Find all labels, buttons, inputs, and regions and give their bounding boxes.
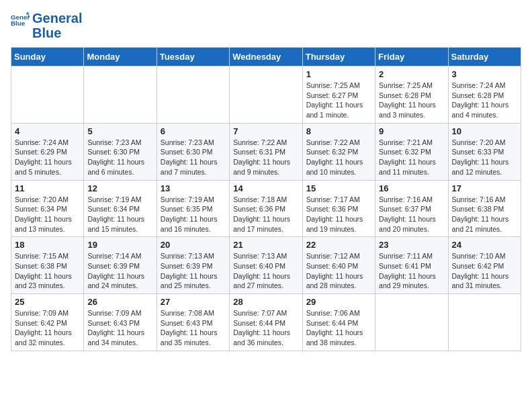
calendar-cell: 17Sunrise: 7:16 AM Sunset: 6:38 PM Dayli…: [448, 180, 521, 237]
day-number: 9: [379, 126, 444, 136]
day-number: 13: [161, 183, 226, 193]
day-info: Sunrise: 7:08 AM Sunset: 6:43 PM Dayligh…: [161, 308, 226, 348]
day-info: Sunrise: 7:19 AM Sunset: 6:35 PM Dayligh…: [161, 195, 226, 234]
day-info: Sunrise: 7:14 AM Sunset: 6:39 PM Dayligh…: [87, 251, 152, 291]
calendar-cell: 13Sunrise: 7:19 AM Sunset: 6:35 PM Dayli…: [157, 180, 229, 237]
calendar-cell: 29Sunrise: 7:06 AM Sunset: 6:44 PM Dayli…: [302, 294, 375, 351]
day-info: Sunrise: 7:10 AM Sunset: 6:42 PM Dayligh…: [452, 251, 517, 291]
calendar-cell: 28Sunrise: 7:07 AM Sunset: 6:44 PM Dayli…: [230, 294, 302, 351]
day-info: Sunrise: 7:13 AM Sunset: 6:39 PM Dayligh…: [161, 251, 226, 291]
day-number: 28: [233, 297, 298, 307]
day-number: 16: [379, 183, 444, 193]
calendar-cell: 8Sunrise: 7:22 AM Sunset: 6:32 PM Daylig…: [302, 123, 375, 180]
calendar-cell: 14Sunrise: 7:18 AM Sunset: 6:36 PM Dayli…: [230, 180, 302, 237]
day-info: Sunrise: 7:16 AM Sunset: 6:38 PM Dayligh…: [452, 195, 517, 234]
col-header-sunday: Sunday: [11, 48, 84, 66]
day-info: Sunrise: 7:18 AM Sunset: 6:36 PM Dayligh…: [233, 195, 298, 234]
calendar-week-row: 25Sunrise: 7:09 AM Sunset: 6:42 PM Dayli…: [11, 294, 521, 351]
calendar-cell: 22Sunrise: 7:12 AM Sunset: 6:40 PM Dayli…: [302, 237, 375, 294]
day-number: 12: [87, 183, 152, 193]
day-number: 5: [87, 126, 152, 136]
calendar-cell: 10Sunrise: 7:20 AM Sunset: 6:33 PM Dayli…: [448, 123, 521, 180]
day-number: 22: [306, 240, 371, 250]
day-number: 23: [379, 240, 444, 250]
day-number: 20: [161, 240, 226, 250]
logo-general: General: [32, 11, 82, 26]
day-number: 3: [452, 69, 517, 79]
day-number: 2: [379, 69, 444, 79]
calendar-cell: [375, 294, 448, 351]
day-number: 27: [161, 297, 226, 307]
calendar-cell: 3Sunrise: 7:24 AM Sunset: 6:28 PM Daylig…: [448, 66, 521, 124]
calendar-cell: 5Sunrise: 7:23 AM Sunset: 6:30 PM Daylig…: [84, 123, 157, 180]
calendar-cell: 18Sunrise: 7:15 AM Sunset: 6:38 PM Dayli…: [11, 237, 84, 294]
day-info: Sunrise: 7:24 AM Sunset: 6:29 PM Dayligh…: [15, 138, 80, 177]
day-info: Sunrise: 7:12 AM Sunset: 6:40 PM Dayligh…: [306, 251, 371, 291]
calendar-cell: 6Sunrise: 7:23 AM Sunset: 6:30 PM Daylig…: [157, 123, 229, 180]
calendar-cell: 9Sunrise: 7:21 AM Sunset: 6:32 PM Daylig…: [375, 123, 448, 180]
calendar-cell: [157, 66, 229, 124]
day-number: 17: [452, 183, 517, 193]
day-number: 21: [233, 240, 298, 250]
day-number: 11: [15, 183, 80, 193]
col-header-tuesday: Tuesday: [157, 48, 229, 66]
day-info: Sunrise: 7:23 AM Sunset: 6:30 PM Dayligh…: [87, 138, 152, 177]
day-number: 19: [87, 240, 152, 250]
svg-text:Blue: Blue: [11, 19, 26, 27]
col-header-monday: Monday: [84, 48, 157, 66]
calendar-week-row: 4Sunrise: 7:24 AM Sunset: 6:29 PM Daylig…: [11, 123, 521, 180]
page-header: General Blue General Blue: [11, 11, 521, 40]
calendar-week-row: 18Sunrise: 7:15 AM Sunset: 6:38 PM Dayli…: [11, 237, 521, 294]
day-info: Sunrise: 7:09 AM Sunset: 6:43 PM Dayligh…: [87, 308, 152, 348]
col-header-friday: Friday: [375, 48, 448, 66]
logo-icon: General Blue: [11, 11, 30, 30]
calendar-header-row: SundayMondayTuesdayWednesdayThursdayFrid…: [11, 48, 521, 66]
day-info: Sunrise: 7:11 AM Sunset: 6:41 PM Dayligh…: [379, 251, 444, 291]
day-info: Sunrise: 7:15 AM Sunset: 6:38 PM Dayligh…: [15, 251, 80, 291]
calendar-cell: 15Sunrise: 7:17 AM Sunset: 6:36 PM Dayli…: [302, 180, 375, 237]
day-info: Sunrise: 7:19 AM Sunset: 6:34 PM Dayligh…: [87, 195, 152, 234]
day-info: Sunrise: 7:25 AM Sunset: 6:27 PM Dayligh…: [306, 81, 371, 120]
calendar-cell: 16Sunrise: 7:16 AM Sunset: 6:37 PM Dayli…: [375, 180, 448, 237]
day-number: 18: [15, 240, 80, 250]
calendar-cell: 4Sunrise: 7:24 AM Sunset: 6:29 PM Daylig…: [11, 123, 84, 180]
day-number: 8: [306, 126, 371, 136]
calendar-cell: 24Sunrise: 7:10 AM Sunset: 6:42 PM Dayli…: [448, 237, 521, 294]
calendar-cell: [84, 66, 157, 124]
calendar-cell: 7Sunrise: 7:22 AM Sunset: 6:31 PM Daylig…: [230, 123, 302, 180]
day-info: Sunrise: 7:17 AM Sunset: 6:36 PM Dayligh…: [306, 195, 371, 234]
day-number: 15: [306, 183, 371, 193]
day-info: Sunrise: 7:25 AM Sunset: 6:28 PM Dayligh…: [379, 81, 444, 120]
col-header-wednesday: Wednesday: [230, 48, 302, 66]
day-number: 1: [306, 69, 371, 79]
day-info: Sunrise: 7:09 AM Sunset: 6:42 PM Dayligh…: [15, 308, 80, 348]
calendar-cell: 19Sunrise: 7:14 AM Sunset: 6:39 PM Dayli…: [84, 237, 157, 294]
day-info: Sunrise: 7:20 AM Sunset: 6:34 PM Dayligh…: [15, 195, 80, 234]
day-number: 26: [87, 297, 152, 307]
day-number: 4: [15, 126, 80, 136]
day-info: Sunrise: 7:22 AM Sunset: 6:32 PM Dayligh…: [306, 138, 371, 177]
day-info: Sunrise: 7:13 AM Sunset: 6:40 PM Dayligh…: [233, 251, 298, 291]
day-info: Sunrise: 7:23 AM Sunset: 6:30 PM Dayligh…: [161, 138, 226, 177]
day-info: Sunrise: 7:06 AM Sunset: 6:44 PM Dayligh…: [306, 308, 371, 348]
calendar-week-row: 11Sunrise: 7:20 AM Sunset: 6:34 PM Dayli…: [11, 180, 521, 237]
calendar-cell: 20Sunrise: 7:13 AM Sunset: 6:39 PM Dayli…: [157, 237, 229, 294]
day-number: 7: [233, 126, 298, 136]
day-number: 29: [306, 297, 371, 307]
calendar-cell: 2Sunrise: 7:25 AM Sunset: 6:28 PM Daylig…: [375, 66, 448, 124]
day-number: 10: [452, 126, 517, 136]
calendar-week-row: 1Sunrise: 7:25 AM Sunset: 6:27 PM Daylig…: [11, 66, 521, 124]
calendar-cell: 21Sunrise: 7:13 AM Sunset: 6:40 PM Dayli…: [230, 237, 302, 294]
calendar-cell: 23Sunrise: 7:11 AM Sunset: 6:41 PM Dayli…: [375, 237, 448, 294]
day-info: Sunrise: 7:07 AM Sunset: 6:44 PM Dayligh…: [233, 308, 298, 348]
calendar-cell: 25Sunrise: 7:09 AM Sunset: 6:42 PM Dayli…: [11, 294, 84, 351]
day-number: 25: [15, 297, 80, 307]
day-number: 24: [452, 240, 517, 250]
col-header-saturday: Saturday: [448, 48, 521, 66]
day-info: Sunrise: 7:20 AM Sunset: 6:33 PM Dayligh…: [452, 138, 517, 177]
col-header-thursday: Thursday: [302, 48, 375, 66]
calendar-cell: 1Sunrise: 7:25 AM Sunset: 6:27 PM Daylig…: [302, 66, 375, 124]
day-info: Sunrise: 7:22 AM Sunset: 6:31 PM Dayligh…: [233, 138, 298, 177]
logo-blue: Blue: [32, 26, 82, 40]
calendar-cell: [11, 66, 84, 124]
